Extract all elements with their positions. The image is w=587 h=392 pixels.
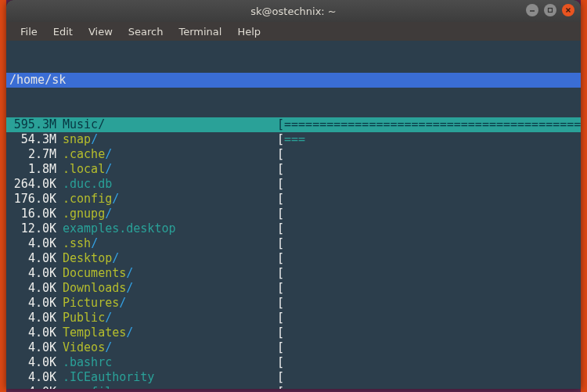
size-value: 54.3M — [9, 132, 56, 147]
list-item[interactable]: 12.0Kexamples.desktop[ ] — [9, 221, 578, 236]
list-item[interactable]: 4.0KPictures/[ ] — [9, 296, 578, 311]
usage-bar: [ ] — [277, 325, 581, 340]
entry-name: .ICEauthority — [63, 370, 154, 385]
size-value: 2.7M — [9, 147, 56, 162]
usage-bar: [ ] — [277, 266, 581, 281]
usage-bar: [ ] — [277, 236, 581, 251]
usage-bar: [ ] — [277, 251, 581, 266]
entry-name: .local/ — [63, 162, 112, 177]
size-value: 4.0K — [9, 311, 56, 325]
list-item[interactable]: 4.0KDownloads/[ ] — [9, 281, 578, 296]
entry-name: .profile — [63, 385, 119, 389]
current-path: /home/sk — [9, 73, 66, 87]
entry-name: Templates/ — [63, 325, 133, 340]
close-button[interactable] — [562, 4, 574, 16]
close-icon — [565, 7, 571, 13]
size-value: 176.0K — [9, 192, 56, 207]
list-item[interactable]: 54.3Msnap/[=== ] — [9, 132, 578, 147]
entry-name: .config/ — [63, 192, 119, 207]
entry-name: Videos/ — [63, 340, 112, 355]
menu-file[interactable]: File — [13, 23, 45, 40]
menubar: File Edit View Search Terminal Help — [6, 22, 581, 41]
size-value: 16.0K — [9, 207, 56, 221]
size-value: 4.0K — [9, 296, 56, 311]
list-item[interactable]: 4.0KVideos/[ ] — [9, 340, 578, 355]
window-title: sk@ostechnix: ~ — [250, 5, 336, 17]
size-value: 12.0K — [9, 221, 56, 236]
list-item[interactable]: 4.0K.ssh/[ ] — [9, 236, 578, 251]
desktop-right-stripe — [581, 0, 587, 392]
entry-name: Music/ — [63, 117, 105, 132]
usage-bar: [ ] — [277, 370, 581, 385]
size-value: 264.0K — [9, 177, 56, 192]
list-item[interactable]: 264.0K.duc.db[ ] — [9, 177, 578, 192]
size-value: 4.0K — [9, 340, 56, 355]
titlebar[interactable]: sk@ostechnix: ~ — [6, 0, 581, 22]
usage-bar: [=======================================… — [277, 117, 581, 132]
entry-name: Desktop/ — [63, 251, 119, 266]
usage-bar: [ ] — [277, 207, 581, 221]
usage-bar: [ ] — [277, 221, 581, 236]
usage-bar: [ ] — [277, 177, 581, 192]
size-value: 4.0K — [9, 251, 56, 266]
terminal-content[interactable]: /home/sk 595.3MMusic/[==================… — [6, 41, 581, 389]
list-item[interactable]: 4.0KDocuments/[ ] — [9, 266, 578, 281]
window-controls — [526, 4, 574, 16]
minimize-button[interactable] — [526, 4, 538, 16]
entry-name: snap/ — [63, 132, 98, 147]
list-item[interactable]: 2.7M.cache/[ ] — [9, 147, 578, 162]
menu-terminal[interactable]: Terminal — [171, 23, 229, 40]
entry-name: Downloads/ — [63, 281, 133, 296]
size-value: 4.0K — [9, 325, 56, 340]
list-item[interactable]: 4.0KPublic/[ ] — [9, 311, 578, 325]
size-value: 4.0K — [9, 385, 56, 389]
terminal-window: sk@ostechnix: ~ File Edit View Search Te… — [6, 0, 581, 389]
entry-name: Public/ — [63, 311, 112, 325]
list-item[interactable]: 16.0K.gnupg/[ ] — [9, 207, 578, 221]
list-item[interactable]: 595.3MMusic/[===========================… — [6, 117, 581, 132]
list-item[interactable]: 4.0K.ICEauthority[ ] — [9, 370, 578, 385]
list-item[interactable]: 4.0KDesktop/[ ] — [9, 251, 578, 266]
list-item[interactable]: 4.0K.profile[ ] — [9, 385, 578, 389]
entry-name: .duc.db — [63, 177, 112, 192]
list-item[interactable]: 4.0KTemplates/[ ] — [9, 325, 578, 340]
usage-bar: [ ] — [277, 340, 581, 355]
maximize-button[interactable] — [544, 4, 556, 16]
usage-bar: [ ] — [277, 311, 581, 325]
entry-name: examples.desktop — [63, 221, 176, 236]
entry-name: .cache/ — [63, 147, 112, 162]
entry-name: .bashrc — [63, 355, 112, 370]
list-item[interactable]: 1.8M.local/[ ] — [9, 162, 578, 177]
entry-name: .gnupg/ — [63, 207, 112, 221]
usage-bar: [ ] — [277, 355, 581, 370]
desktop-left-stripe — [0, 0, 6, 392]
usage-bar: [ ] — [277, 192, 581, 207]
usage-bar: [ ] — [277, 296, 581, 311]
svg-rect-1 — [549, 9, 553, 13]
menu-edit[interactable]: Edit — [45, 23, 81, 40]
entry-name: .ssh/ — [63, 236, 98, 251]
usage-bar: [ ] — [277, 281, 581, 296]
list-item[interactable]: 176.0K.config/[ ] — [9, 192, 578, 207]
minimize-icon — [529, 7, 535, 13]
list-item[interactable]: 4.0K.bashrc[ ] — [9, 355, 578, 370]
usage-bar: [=== ] — [277, 132, 581, 147]
size-value: 4.0K — [9, 355, 56, 370]
size-value: 4.0K — [9, 236, 56, 251]
entry-name: Pictures/ — [63, 296, 126, 311]
usage-bar: [ ] — [277, 147, 581, 162]
size-value: 4.0K — [9, 266, 56, 281]
usage-bar: [ ] — [277, 162, 581, 177]
entry-name: Documents/ — [63, 266, 133, 281]
maximize-icon — [547, 7, 553, 13]
menu-view[interactable]: View — [81, 23, 121, 40]
size-value: 4.0K — [9, 281, 56, 296]
menu-search[interactable]: Search — [121, 23, 171, 40]
usage-bar: [ ] — [277, 385, 581, 389]
menu-help[interactable]: Help — [229, 23, 268, 40]
size-value: 1.8M — [9, 162, 56, 177]
size-value: 4.0K — [9, 370, 56, 385]
size-value: 595.3M — [9, 117, 56, 132]
